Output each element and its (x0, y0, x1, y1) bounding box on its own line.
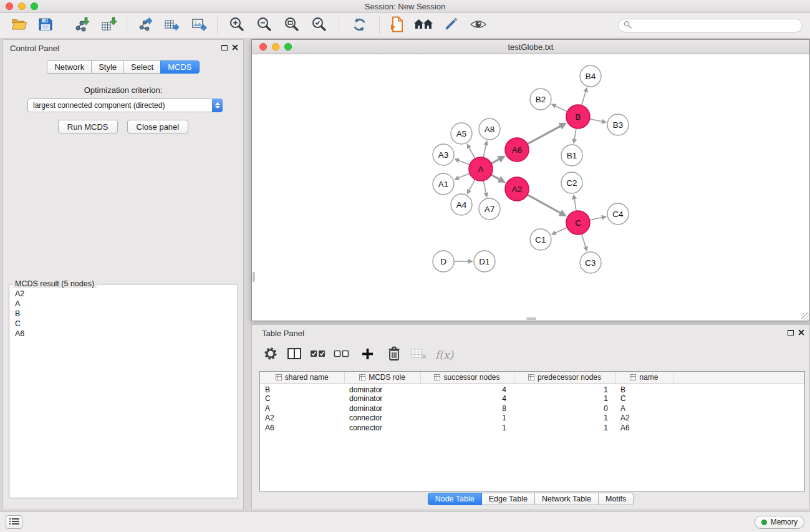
graph-node-A4[interactable]: A4 (451, 194, 472, 215)
table-row[interactable]: A6connector11A6 (260, 423, 804, 433)
graph-edge-B-B1[interactable] (574, 128, 576, 140)
table-row[interactable]: Adominator80A (260, 404, 804, 414)
show-graphics-details-button[interactable] (466, 15, 490, 36)
float-panel-icon[interactable] (221, 45, 228, 51)
cell[interactable]: C (260, 394, 344, 404)
graph-edge-A-A7[interactable] (483, 181, 486, 193)
graph-node-C3[interactable]: C3 (580, 252, 601, 273)
graph-edge-C-C4[interactable] (590, 218, 602, 220)
graph-edge-B-B4[interactable] (582, 92, 586, 105)
open-network-file-button[interactable] (385, 15, 409, 36)
close-network-window-button[interactable] (259, 43, 267, 51)
graph-node-A6[interactable]: A6 (505, 138, 529, 162)
column-sort-icon[interactable] (434, 374, 440, 380)
graph-edge-A-A4[interactable] (469, 180, 475, 190)
cell[interactable]: A (615, 404, 673, 414)
close-window-button[interactable] (6, 2, 13, 10)
import-table-button[interactable] (97, 15, 121, 36)
cell[interactable]: 1 (420, 414, 514, 423)
column-header-successor-nodes[interactable]: successor nodes (420, 372, 514, 383)
home-button[interactable] (412, 15, 435, 36)
select-all-rows-button[interactable] (308, 346, 327, 364)
graph-edge-A-A2[interactable] (491, 175, 499, 179)
graph-edge-A-A1[interactable] (458, 173, 470, 178)
unselect-all-rows-button[interactable] (332, 346, 351, 364)
cell[interactable]: B (615, 383, 673, 394)
network-view-window[interactable]: testGlobe.txt B4B2BB3A5A8A6A3B1AA1C2A2A4… (251, 39, 810, 321)
cell[interactable]: dominator (344, 383, 420, 394)
graph-node-D[interactable]: D (433, 251, 454, 272)
cell[interactable]: B (260, 383, 344, 394)
list-item[interactable]: A (13, 299, 234, 309)
tab-style[interactable]: Style (91, 60, 124, 74)
column-header-shared-name[interactable]: shared name (260, 372, 344, 383)
graph-edge-B-B2[interactable] (556, 106, 567, 112)
cell[interactable]: A6 (260, 423, 344, 433)
delete-columns-button[interactable] (384, 346, 403, 364)
cell[interactable]: 4 (420, 383, 514, 394)
horizontal-scrollbar-thumb[interactable] (526, 317, 536, 320)
tab-network-table[interactable]: Network Table (534, 493, 599, 505)
graph-node-A7[interactable]: A7 (479, 198, 500, 220)
table-settings-button[interactable] (261, 346, 280, 364)
cell[interactable]: dominator (344, 394, 420, 404)
graph-node-C[interactable]: C (566, 211, 590, 235)
column-sort-icon[interactable] (276, 374, 282, 380)
graph-node-A2[interactable]: A2 (505, 177, 529, 201)
column-header-mcds-role[interactable]: MCDS role (344, 372, 420, 383)
tab-select[interactable]: Select (123, 60, 161, 74)
zoom-window-button[interactable] (31, 2, 38, 10)
cell[interactable]: 0 (514, 404, 615, 414)
cell[interactable]: A6 (615, 423, 673, 433)
table-row[interactable]: A2connector11A2 (260, 414, 804, 423)
graph-node-B[interactable]: B (566, 105, 590, 128)
search-input[interactable] (635, 21, 797, 30)
graph-edge-A-A5[interactable] (469, 148, 475, 158)
column-sort-icon[interactable] (359, 374, 365, 380)
graph-node-C4[interactable]: C4 (607, 203, 629, 225)
cell[interactable]: 1 (514, 423, 615, 433)
graph-edge-A-A6[interactable] (491, 159, 499, 163)
window-titlebar[interactable]: Session: New Session (0, 0, 810, 13)
tab-mcds[interactable]: MCDS (160, 60, 199, 74)
cell[interactable]: 8 (420, 404, 514, 414)
network-window-titlebar[interactable]: testGlobe.txt (252, 40, 809, 54)
column-header-predecessor-nodes[interactable]: predecessor nodes (514, 372, 615, 383)
zoom-network-window-button[interactable] (284, 43, 292, 51)
list-item[interactable]: A2 (13, 289, 234, 299)
network-graph[interactable]: B4B2BB3A5A8A6A3B1AA1C2A2A4A7C4CC1C3DD1 (252, 55, 809, 321)
equation-builder-button[interactable]: f(x) (433, 349, 453, 361)
export-network-button[interactable] (133, 15, 157, 36)
show-columns-button[interactable] (284, 346, 304, 364)
table-row[interactable]: Cdominator41C (260, 394, 804, 404)
open-session-button[interactable] (7, 15, 31, 36)
apply-style-button[interactable] (439, 15, 463, 36)
cell[interactable]: A (260, 404, 344, 414)
vertical-scrollbar-thumb[interactable] (253, 272, 255, 282)
graph-edge-C-C2[interactable] (574, 199, 576, 211)
tab-network[interactable]: Network (47, 60, 92, 74)
network-canvas[interactable]: B4B2BB3A5A8A6A3B1AA1C2A2A4A7C4CC1C3DD1 (252, 55, 809, 321)
float-table-panel-icon[interactable] (788, 330, 794, 336)
minimize-network-window-button[interactable] (272, 43, 279, 51)
minimize-window-button[interactable] (18, 2, 26, 10)
graph-edge-C-C3[interactable] (582, 234, 586, 247)
search-field[interactable] (618, 19, 803, 32)
graph-node-A[interactable]: A (469, 157, 493, 181)
zoom-selected-button[interactable] (306, 15, 333, 36)
save-session-button[interactable] (34, 15, 57, 36)
graph-edge-B-B3[interactable] (590, 119, 602, 122)
column-sort-icon[interactable] (528, 374, 534, 380)
list-item[interactable]: A6 (13, 329, 234, 339)
list-item[interactable]: B (13, 309, 234, 319)
graph-node-A5[interactable]: A5 (451, 123, 472, 144)
memory-button[interactable]: Memory (755, 516, 804, 529)
export-image-button[interactable] (188, 15, 211, 36)
add-column-button[interactable] (358, 346, 377, 364)
column-sort-icon[interactable] (630, 374, 636, 380)
delete-table-button[interactable] (409, 346, 428, 364)
cell[interactable]: A2 (615, 414, 673, 423)
zoom-fit-button[interactable] (278, 15, 306, 36)
graph-node-A3[interactable]: A3 (433, 144, 454, 165)
export-table-button[interactable] (160, 15, 184, 36)
